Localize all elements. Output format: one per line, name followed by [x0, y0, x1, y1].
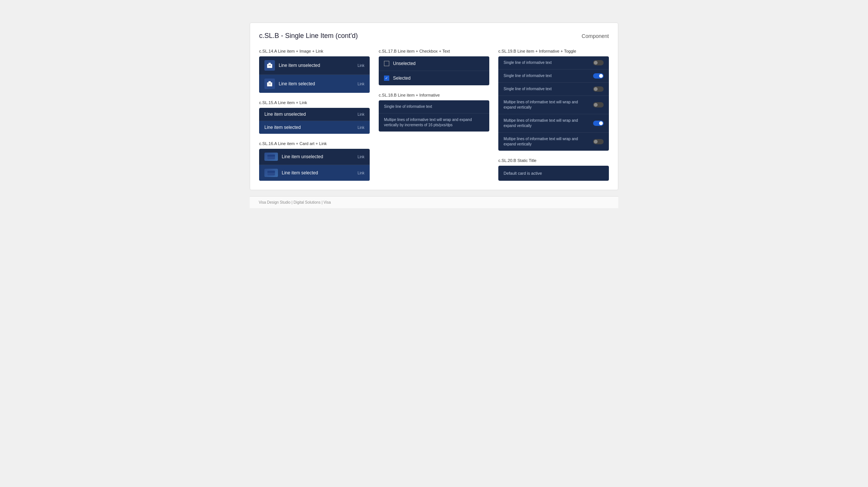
section-16: c.SL.16.A Line item + Card art + Link Li…	[259, 141, 370, 181]
section-15: c.SL.15.A Line item + Link Line item uns…	[259, 100, 370, 134]
section-17: c.SL.17.B Line item + Checkbox + Text Un…	[379, 49, 489, 85]
section-17-label: c.SL.17.B Line item + Checkbox + Text	[379, 49, 489, 53]
sections-grid: c.SL.14.A Line item + Image + Link Line …	[259, 49, 609, 181]
item-text: Multipe lines of informative text will w…	[504, 136, 589, 147]
footer: Visa Design Studio | Digital Solutions |…	[250, 196, 618, 208]
toggle-switch[interactable]	[593, 60, 604, 65]
section-14-label: c.SL.14.A Line item + Image + Link	[259, 49, 370, 53]
item-link[interactable]: Link	[358, 171, 364, 175]
toggle-switch[interactable]	[593, 86, 604, 92]
item-link[interactable]: Link	[358, 155, 364, 159]
item-text: Multipe lines of informative text will w…	[504, 100, 589, 110]
list-item[interactable]: Single line of informative text	[498, 70, 609, 83]
list-item[interactable]: Multipe lines of informative text will w…	[498, 133, 609, 151]
section-20-label: c.SL.20.B Static Title	[498, 158, 609, 163]
svg-rect-3	[270, 65, 271, 66]
toggle-switch[interactable]	[593, 102, 604, 107]
section-19-label: c.SL.19.B Line item + Informative + Togg…	[498, 49, 609, 53]
list-item[interactable]: Multipe lines of informative text will w…	[498, 114, 609, 133]
building-icon	[264, 79, 275, 89]
column-1: c.SL.14.A Line item + Image + Link Line …	[259, 49, 370, 181]
item-text: Selected	[393, 76, 411, 81]
item-left: Line item unselected	[264, 153, 323, 161]
item-link[interactable]: Link	[358, 126, 364, 130]
item-link[interactable]: Link	[358, 64, 364, 68]
toggle-switch[interactable]	[593, 139, 604, 144]
section-17-list: Unselected Selected	[379, 56, 489, 85]
item-left: Line item selected	[264, 79, 315, 89]
list-item[interactable]: Line item selected Link	[259, 121, 370, 134]
card-art-icon	[264, 153, 278, 161]
svg-rect-2	[269, 65, 270, 66]
section-18-list: Single line of informative text Multipe …	[379, 100, 489, 132]
item-text: Line item unselected	[282, 154, 323, 159]
item-text: Line item unselected	[264, 112, 306, 117]
static-title-text: Default card is active	[504, 171, 542, 175]
item-text: Single line of informative text	[504, 73, 552, 79]
section-16-label: c.SL.16.A Line item + Card art + Link	[259, 141, 370, 146]
list-item[interactable]: Line item unselected Link	[259, 56, 370, 75]
page-tag: Component	[582, 33, 609, 39]
page-title: c.SL.B - Single Line Item (cont'd)	[259, 32, 358, 40]
item-text: Single line of informative text	[504, 86, 552, 92]
section-18-label: c.SL.18.B Line item + Informative	[379, 93, 489, 97]
card-art-icon	[264, 169, 278, 177]
checkbox-selected[interactable]	[384, 76, 389, 81]
toggle-switch[interactable]	[593, 73, 604, 79]
item-text: Unselected	[393, 61, 416, 66]
item-link[interactable]: Link	[358, 82, 364, 86]
svg-rect-0	[267, 64, 272, 68]
list-item[interactable]: Line item unselected Link	[259, 108, 370, 121]
list-item[interactable]: Multipe lines of informative text will w…	[379, 113, 489, 132]
item-text: Single line of informative text	[504, 60, 552, 65]
section-14: c.SL.14.A Line item + Image + Link Line …	[259, 49, 370, 93]
list-item[interactable]: Selected	[379, 71, 489, 85]
section-15-label: c.SL.15.A Line item + Link	[259, 100, 370, 105]
list-item[interactable]: Single line of informative text	[498, 83, 609, 96]
section-14-list: Line item unselected Link Line item sele…	[259, 56, 370, 93]
item-link[interactable]: Link	[358, 112, 364, 116]
section-16-list: Line item unselected Link Line item sele…	[259, 149, 370, 181]
checkbox-unselected[interactable]	[384, 61, 389, 66]
section-15-list: Line item unselected Link Line item sele…	[259, 108, 370, 134]
list-item[interactable]: Unselected	[379, 56, 489, 71]
svg-rect-7	[270, 83, 271, 84]
svg-rect-6	[269, 83, 270, 84]
svg-rect-10	[267, 170, 275, 175]
section-20: c.SL.20.B Static Title Default card is a…	[498, 158, 609, 181]
list-item[interactable]: Line item selected Link	[259, 165, 370, 181]
list-item[interactable]: Multipe lines of informative text will w…	[498, 96, 609, 114]
item-text: Line item selected	[279, 81, 315, 86]
svg-rect-8	[267, 154, 275, 159]
card-header: c.SL.B - Single Line Item (cont'd) Compo…	[259, 32, 609, 40]
list-item[interactable]: Line item selected Link	[259, 75, 370, 93]
section-19: c.SL.19.B Line item + Informative + Togg…	[498, 49, 609, 151]
column-2: c.SL.17.B Line item + Checkbox + Text Un…	[379, 49, 489, 132]
toggle-switch[interactable]	[593, 121, 604, 126]
building-icon	[264, 60, 275, 71]
svg-rect-1	[269, 63, 271, 64]
list-item[interactable]: Line item unselected Link	[259, 149, 370, 165]
footer-text: Visa Design Studio | Digital Solutions |…	[259, 200, 331, 204]
static-title-item: Default card is active	[498, 166, 609, 181]
list-item[interactable]: Single line of informative text	[498, 56, 609, 70]
section-20-list: Default card is active	[498, 166, 609, 181]
svg-rect-11	[267, 171, 275, 172]
item-text: Line item unselected	[279, 63, 320, 68]
main-card: c.SL.B - Single Line Item (cont'd) Compo…	[250, 23, 618, 190]
list-item[interactable]: Single line of informative text	[379, 100, 489, 113]
item-left: Line item unselected	[264, 60, 320, 71]
svg-rect-9	[267, 155, 275, 156]
column-3: c.SL.19.B Line item + Informative + Togg…	[498, 49, 609, 181]
item-text: Multipe lines of informative text will w…	[504, 118, 589, 129]
svg-rect-5	[269, 81, 271, 82]
section-19-list: Single line of informative text Single l…	[498, 56, 609, 151]
item-left: Line item selected	[264, 169, 318, 177]
item-text: Line item selected	[264, 125, 301, 130]
item-text: Line item selected	[282, 170, 318, 175]
section-18: c.SL.18.B Line item + Informative Single…	[379, 93, 489, 132]
svg-rect-4	[267, 82, 272, 86]
